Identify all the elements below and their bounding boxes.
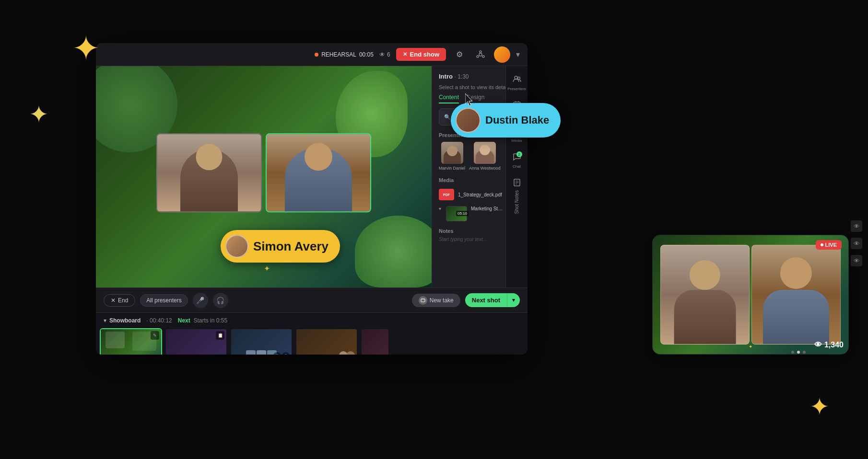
svg-point-2 <box>482 56 484 57</box>
chat-badge: 2 <box>516 151 522 157</box>
search-icon: 🔍 <box>444 114 451 120</box>
icon-rail: Presenters Takes Media <box>505 66 528 287</box>
header-bar: REHEARSAL 00:05 👁 6 ✕ End show ⚙ ▾ <box>96 43 528 66</box>
simon-avery-tooltip: Simon Avery <box>221 230 340 263</box>
showboard-next: Next Starts in 0:55 <box>178 317 227 324</box>
live-badge: LIVE <box>816 240 842 250</box>
presenter-box-male[interactable] <box>266 133 371 212</box>
network-button[interactable] <box>473 47 488 62</box>
live-preview-star: ✦ <box>749 344 752 349</box>
presenter-avatar-marvin <box>441 142 463 164</box>
live-preview-inner: LIVE 👁 1,340 ✦ <box>653 235 848 354</box>
svg-point-1 <box>480 51 481 53</box>
tab-content[interactable]: Content <box>439 94 459 103</box>
shot-card-marketing[interactable]: ✎ Marketing Strategy 5:00 <box>100 328 162 355</box>
presenter-avatar-anna <box>474 142 496 164</box>
eye-icons-panel: 👁 👁 👁 <box>851 220 862 266</box>
end-button[interactable]: ✕ End <box>104 294 135 307</box>
bg-blob-3 <box>355 216 432 287</box>
live-preview-male <box>751 245 841 344</box>
showboard-chevron-icon: ▾ <box>104 317 106 324</box>
end-label: End <box>118 297 128 304</box>
all-presenters-selector[interactable]: All presenters <box>140 294 188 307</box>
new-take-icon <box>419 296 427 305</box>
star-decoration-outline: ✦ <box>29 101 49 128</box>
shot-duration-text: · 1:30 <box>455 73 469 80</box>
rehearsal-dot <box>315 53 318 57</box>
new-take-label: New take <box>430 297 454 304</box>
dot-indicators <box>791 351 806 354</box>
mic-button[interactable]: 🎤 <box>193 293 208 308</box>
simon-name: Simon Avery <box>253 239 328 254</box>
presenter-box-female[interactable] <box>156 133 262 212</box>
headphone-button[interactable]: 🎧 <box>213 293 228 308</box>
rail-chat[interactable]: 2 Chat <box>507 149 527 172</box>
rail-shot-notes[interactable]: Shot Notes <box>507 174 527 218</box>
eye-button-2[interactable]: 👁 <box>851 238 862 249</box>
eye-icon-header: 👁 <box>379 51 385 58</box>
showboard-title: Showboard <box>109 317 141 324</box>
viewer-count-live: 1,340 <box>824 341 844 349</box>
shot-card-neil[interactable]: Neil Discussing Goals 2:00 <box>295 328 358 355</box>
shot-bg-amalia <box>231 329 292 355</box>
shot-card-amalia[interactable]: 👤 👤 Amalia, Richard,... 15:00 <box>230 328 293 355</box>
showboard-duration: · 00:40:12 <box>146 317 172 324</box>
media-rail-label: Media <box>512 138 522 143</box>
user-avatar[interactable] <box>494 46 510 63</box>
presenters-rail-icon <box>513 75 521 85</box>
svg-point-3 <box>477 56 479 57</box>
chevron-icon[interactable]: ▾ <box>516 50 520 59</box>
rehearsal-time: 00:05 <box>359 51 374 58</box>
presenter-grid <box>156 133 371 212</box>
app-window: REHEARSAL 00:05 👁 6 ✕ End show ⚙ ▾ <box>96 43 528 355</box>
media-thumb-pdf: PDF <box>439 189 454 200</box>
shot-card-am2[interactable]: Am... 0:... <box>361 328 389 355</box>
settings-button[interactable]: ⚙ <box>452 47 467 62</box>
shot-notes-rail-icon <box>513 178 521 189</box>
shot-thumb-am2 <box>361 328 389 355</box>
showboard: ▾ Showboard · 00:40:12 Next Starts in 0:… <box>96 312 528 355</box>
video-star-decoration: ✦ <box>264 264 270 273</box>
live-label: LIVE <box>825 242 837 248</box>
dot-2 <box>797 351 800 354</box>
new-take-button[interactable]: New take <box>412 294 460 307</box>
rehearsal-badge: REHEARSAL 00:05 <box>315 51 374 58</box>
collapse-chevron[interactable]: ▾ <box>439 206 441 211</box>
svg-point-0 <box>479 53 482 56</box>
chat-rail-label: Chat <box>513 164 521 169</box>
end-show-button[interactable]: ✕ End show <box>396 48 446 61</box>
next-shot-button[interactable]: Next shot ▾ <box>465 293 520 307</box>
eye-icon-live: 👁 <box>814 341 822 349</box>
viewer-count-number: 6 <box>387 51 390 58</box>
shot-icons-amalia: 👤 👤 <box>273 352 290 355</box>
presenter-female-bg <box>157 134 261 211</box>
presenter-thumb-anna[interactable]: Anna Westwood <box>469 142 500 171</box>
end-show-label: End show <box>410 51 439 58</box>
showboard-toggle[interactable]: ▾ Showboard <box>104 317 141 324</box>
eye-button-1[interactable]: 👁 <box>851 220 862 232</box>
rail-presenters[interactable]: Presenters <box>507 71 527 95</box>
x-icon: ✕ <box>403 51 407 57</box>
next-time: Starts in 0:55 <box>193 317 227 324</box>
view-count-badge: 👁 1,340 <box>814 341 844 349</box>
simon-avatar <box>225 235 248 258</box>
shot-bg-neil <box>296 329 357 355</box>
dot-1 <box>791 351 794 354</box>
next-shot-chevron-icon[interactable]: ▾ <box>507 294 520 307</box>
shot-icon-amalia-1: 👤 <box>273 352 281 355</box>
live-preview-panel: LIVE 👁 1,340 ✦ <box>652 235 849 355</box>
eye-button-3[interactable]: 👁 <box>851 255 862 266</box>
shot-notes-rail-label: Shot Notes <box>514 190 519 214</box>
shot-bg-am2 <box>362 329 388 355</box>
media-name-pdf: 1_Strategy_deck.pdf <box>458 192 504 197</box>
dustin-avatar <box>456 108 481 133</box>
presenter-thumb-marvin[interactable]: Marvin Daniel <box>439 142 465 171</box>
end-x-icon: ✕ <box>111 297 116 304</box>
dot-3 <box>803 351 806 354</box>
shot-thumb-intro: 📋 <box>165 328 227 355</box>
shot-edit-icon-intro: 📋 <box>216 331 224 340</box>
live-dot <box>821 243 823 246</box>
shot-card-intro[interactable]: 📋 Intro 1:30 <box>165 328 227 355</box>
shot-thumb-neil <box>295 328 358 355</box>
svg-point-6 <box>517 77 520 80</box>
